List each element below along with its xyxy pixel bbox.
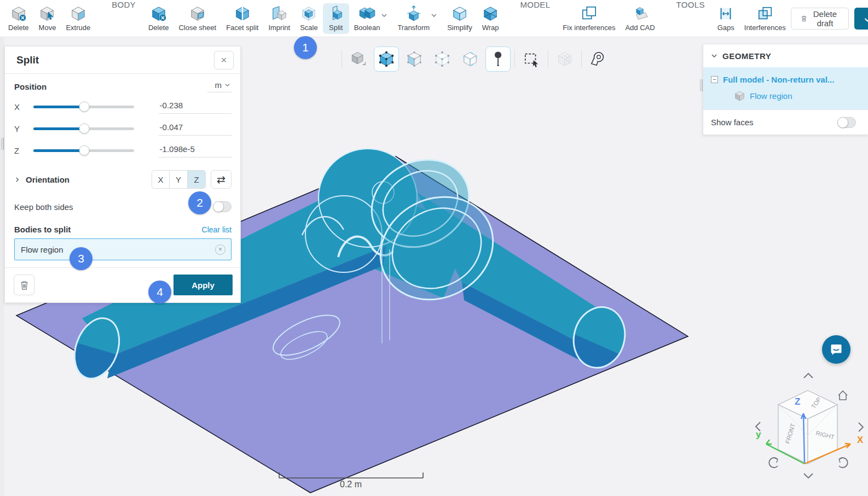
rotate-ccw-icon[interactable] (769, 458, 778, 468)
orientation-z-button[interactable]: Z (188, 170, 206, 189)
tree-child-label: Flow region (750, 91, 792, 101)
toolbar-item-label: Wrap (482, 24, 499, 32)
slider-handle[interactable] (79, 124, 90, 134)
transform-button[interactable]: Transform (392, 3, 442, 34)
toolbar-item-label: Transform (397, 24, 430, 32)
vertex-select-icon (434, 51, 450, 67)
slider-row-y: Y -0.047 (14, 118, 232, 139)
face-select-button[interactable] (402, 46, 427, 72)
rotate-down-chevron[interactable] (804, 474, 813, 478)
add-cad-button[interactable]: Add CAD (620, 3, 659, 34)
z-value-field[interactable]: -1.098e-5 (159, 143, 232, 157)
delete-operation-button[interactable] (14, 275, 34, 295)
transform-icon (406, 5, 422, 22)
box-select-icon (523, 51, 540, 67)
toolbar-group-body: Delete Close sheet Facet split Imprint S… (143, 0, 504, 37)
imprint-button[interactable]: Imprint (263, 3, 295, 34)
x-value-field[interactable]: -0.238 (159, 100, 232, 114)
measure-tool-button[interactable] (586, 46, 611, 72)
box-select-button[interactable] (519, 46, 544, 72)
toolbar-group-main: Delete Move Extrude (0, 0, 95, 37)
tree-item-flow-region[interactable]: Flow region (703, 87, 868, 104)
interferences-button[interactable]: Interferences (739, 3, 791, 34)
rotate-cw-icon[interactable] (839, 458, 848, 468)
view-cube-gizmo[interactable]: TOP FRONT RIGHT Z y X (740, 361, 868, 488)
move-cube-icon (39, 5, 55, 22)
mesh-view-button[interactable] (552, 46, 577, 72)
split-panel: Split × Position m X -0.238 Y -0.047 Z -… (4, 46, 241, 303)
geometry-tree: − Full model - Non-return val... Flow re… (703, 67, 868, 109)
delete-draft-button[interactable]: Delete draft (791, 8, 849, 30)
split-button[interactable]: Split (323, 3, 349, 34)
check-icon (864, 15, 868, 22)
close-icon: × (218, 246, 222, 253)
orientation-x-button[interactable]: X (152, 170, 170, 189)
position-row: Position m (14, 80, 232, 92)
slider-handle[interactable] (79, 145, 90, 156)
orientation-cube[interactable]: TOP FRONT RIGHT (778, 390, 837, 464)
rotate-up-chevron[interactable] (804, 374, 813, 378)
slider-handle[interactable] (79, 102, 90, 112)
tree-item-full-model[interactable]: − Full model - Non-return val... (703, 72, 868, 87)
bodies-to-split-row: Bodies to split Clear list (14, 225, 232, 234)
toolbar-item-label: Simplify (447, 24, 472, 32)
facet-split-button[interactable]: Facet split (221, 3, 263, 34)
close-sheet-button[interactable]: Close sheet (173, 3, 221, 34)
y-value-field[interactable]: -0.047 (159, 121, 232, 136)
orientation-toggle[interactable]: Orientation (14, 175, 70, 184)
x-slider[interactable] (33, 106, 134, 108)
home-view-icon[interactable] (838, 391, 847, 400)
axis-label: Z (14, 146, 33, 155)
z-slider[interactable] (33, 149, 134, 152)
body-delete-button[interactable]: Delete (143, 3, 174, 34)
chevron-down-icon (431, 12, 437, 19)
move-button[interactable]: Move (34, 3, 61, 34)
show-faces-toggle[interactable] (837, 117, 856, 128)
edge-select-button[interactable] (458, 46, 483, 72)
chat-launcher-button[interactable] (822, 335, 850, 364)
apply-button[interactable]: Apply (173, 275, 233, 295)
clear-list-link[interactable]: Clear list (202, 225, 232, 234)
simplify-button[interactable]: Simplify (442, 3, 477, 34)
close-panel-button[interactable]: × (214, 51, 234, 69)
y-slider[interactable] (33, 127, 134, 130)
extrude-button[interactable]: Extrude (61, 3, 95, 34)
swap-arrows-icon: ⇄ (217, 173, 225, 186)
trash-icon (801, 14, 807, 24)
geometry-header[interactable]: GEOMETRY (703, 44, 868, 67)
remove-body-button[interactable]: × (215, 244, 225, 255)
delete-button[interactable]: Delete (3, 3, 34, 34)
wrap-button[interactable]: Wrap (477, 3, 504, 34)
bodies-to-split-label: Bodies to split (14, 225, 71, 234)
toolbar-item-label: Close sheet (178, 24, 216, 32)
orientation-row: Orientation X Y Z ⇄ (14, 170, 232, 189)
solid-body-select-button[interactable] (346, 46, 371, 72)
gaps-button[interactable]: Gaps (713, 3, 739, 34)
selected-body-item[interactable]: Flow region × (14, 238, 232, 260)
volume-select-button[interactable] (374, 46, 399, 72)
flip-direction-button[interactable]: ⇄ (211, 170, 232, 189)
view-toolbar-separator (342, 50, 342, 68)
interferences-icon (757, 5, 773, 22)
orientation-y-button[interactable]: Y (170, 170, 188, 189)
chevron-down-icon (711, 52, 717, 59)
fix-interferences-button[interactable]: Fix interferences (558, 3, 620, 34)
toolbar-item-label: Split (329, 24, 343, 32)
collapse-icon[interactable]: − (711, 76, 718, 83)
keep-both-sides-toggle[interactable] (213, 201, 232, 212)
boolean-button[interactable]: Boolean (349, 3, 393, 34)
view-toolbar-separator (581, 50, 582, 68)
geometry-title: GEOMETRY (722, 51, 771, 61)
position-label: Position (14, 82, 47, 91)
save-button[interactable]: Save (854, 8, 868, 30)
left-resize-rail[interactable] (0, 37, 4, 496)
extrude-cube-icon (70, 5, 86, 22)
rotate-right-chevron[interactable] (859, 423, 863, 431)
unit-dropdown[interactable]: m (207, 80, 232, 92)
chevron-right-icon (14, 177, 20, 183)
toolbar-item-label: Delete (148, 24, 169, 32)
scale-button[interactable]: Scale (295, 3, 323, 34)
annotation-badge-1: 1 (294, 36, 317, 59)
vertex-select-button[interactable] (430, 46, 455, 72)
probe-point-button[interactable] (485, 46, 511, 72)
